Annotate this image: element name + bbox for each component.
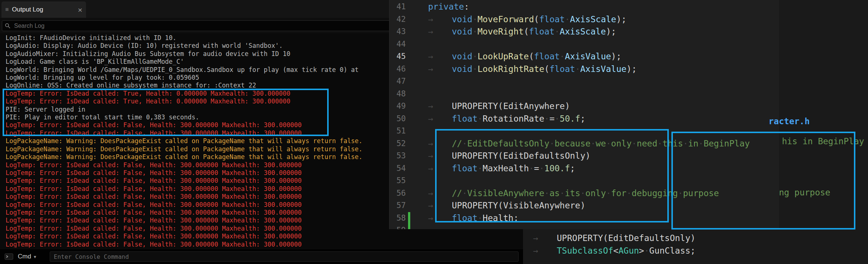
git-gutter xyxy=(408,175,410,187)
code-line[interactable]: 44 xyxy=(389,38,779,51)
code-line[interactable]: 52→//·EditDefaultsOnly·because·we·only·n… xyxy=(389,138,779,150)
code-line[interactable]: 47 xyxy=(389,75,779,88)
git-gutter xyxy=(408,199,410,212)
line-number[interactable]: 51 xyxy=(389,125,406,138)
screen: →UPROPERTY(EditDefaultsOnly)→TSubclassOf… xyxy=(0,0,868,264)
console-icon xyxy=(4,253,13,260)
code-text: →void·LookRightRate(float·AxisValue); xyxy=(428,63,637,76)
code-line[interactable]: 50→float·RotationRate·=·50.f; xyxy=(389,113,779,125)
log-line: LogTemp: Error: IsDead called: False, He… xyxy=(6,241,523,248)
line-number[interactable]: 54 xyxy=(389,162,406,175)
code-line[interactable]: 41private: xyxy=(389,1,779,13)
tab-title: Output Log xyxy=(12,6,78,13)
line-number[interactable]: 59 xyxy=(389,224,406,229)
git-gutter xyxy=(408,138,410,150)
line-number[interactable]: 58 xyxy=(389,212,406,225)
background-comment-fragment-1: his in BeginPlay xyxy=(782,136,864,146)
code-text: private: xyxy=(428,1,469,13)
chevron-down-icon: ▾ xyxy=(34,254,36,260)
code-line[interactable]: 49→UPROPERTY(EditAnywhere) xyxy=(389,100,779,113)
line-number[interactable]: 49 xyxy=(389,100,406,113)
git-gutter xyxy=(408,125,410,138)
git-added-indicator xyxy=(408,224,410,229)
background-code-line: →UPROPERTY(EditDefaultsOnly) xyxy=(533,232,696,245)
code-line[interactable]: 43→void·MoveRight(float·AxisScale); xyxy=(389,26,779,38)
git-gutter xyxy=(408,26,410,38)
code-text: →UPROPERTY(EditDefaultsOnly) xyxy=(428,150,591,162)
line-number[interactable]: 48 xyxy=(389,88,406,100)
code-line[interactable]: 57→UPROPERTY(VisibleAnywhere) xyxy=(389,199,779,212)
code-line[interactable]: 55 xyxy=(389,175,779,187)
code-text: →float·RotationRate·=·50.f; xyxy=(428,113,585,125)
code-text: →void·MoveRight(float·AxisScale); xyxy=(428,26,616,38)
close-icon[interactable]: × xyxy=(78,6,82,14)
console-bar: Cmd ▾ xyxy=(0,249,523,264)
code-lines: 41private:42→void·MoveForward(float·Axis… xyxy=(389,1,779,229)
code-line[interactable]: 53→UPROPERTY(EditDefaultsOnly) xyxy=(389,150,779,162)
line-number[interactable]: 53 xyxy=(389,150,406,162)
git-gutter xyxy=(408,50,410,63)
log-icon: ≡ xyxy=(5,6,9,13)
git-gutter xyxy=(408,88,410,100)
line-number[interactable]: 50 xyxy=(389,113,406,125)
console-input[interactable] xyxy=(50,251,519,262)
git-gutter xyxy=(408,100,410,113)
code-text: →void·LookUpRate(float·AxisValue); xyxy=(428,50,621,63)
git-gutter xyxy=(408,162,410,175)
background-tab-fragment: racter.h xyxy=(769,116,810,126)
code-line[interactable]: 46→void·LookRightRate(float·AxisValue); xyxy=(389,63,779,76)
background-code: →UPROPERTY(EditDefaultsOnly)→TSubclassOf… xyxy=(533,232,696,257)
code-line[interactable]: 58→float·Health; xyxy=(389,212,779,225)
code-line[interactable]: 59 xyxy=(389,224,779,229)
code-line[interactable]: 56→//·VisibleAnywhere·as·its·only·for·de… xyxy=(389,187,779,200)
line-number[interactable]: 44 xyxy=(389,38,406,51)
cmd-dropdown[interactable]: Cmd ▾ xyxy=(18,253,36,260)
line-number[interactable]: 57 xyxy=(389,199,406,212)
line-number[interactable]: 43 xyxy=(389,26,406,38)
git-gutter xyxy=(408,75,410,88)
code-text: →void·MoveForward(float·AxisScale); xyxy=(428,13,627,26)
git-gutter xyxy=(408,13,410,26)
cmd-label: Cmd xyxy=(18,253,31,260)
line-number[interactable]: 42 xyxy=(389,13,406,26)
git-gutter xyxy=(408,38,410,51)
line-number[interactable]: 56 xyxy=(389,187,406,200)
background-comment-fragment-2: ng purpose xyxy=(779,188,830,197)
background-code-line: →TSubclassOf<AGun>·GunClass; xyxy=(533,245,696,257)
code-line[interactable]: 54→float·MaxHealth·=·100.f; xyxy=(389,162,779,175)
git-added-indicator xyxy=(408,212,410,225)
line-number[interactable]: 41 xyxy=(389,1,406,13)
code-line[interactable]: 45→void·LookUpRate(float·AxisValue); xyxy=(389,50,779,63)
code-line[interactable]: 51 xyxy=(389,125,779,138)
code-line[interactable]: 42→void·MoveForward(float·AxisScale); xyxy=(389,13,779,26)
line-number[interactable]: 45 xyxy=(389,50,406,63)
git-gutter xyxy=(408,150,410,162)
code-text: →float·Health; xyxy=(428,212,519,225)
code-text: →float·MaxHealth·=·100.f; xyxy=(428,162,575,175)
line-number[interactable]: 47 xyxy=(389,75,406,88)
search-icon xyxy=(5,23,10,29)
line-number[interactable]: 46 xyxy=(389,63,406,76)
git-gutter xyxy=(408,1,410,13)
log-line: LogTemp: Error: IsDead called: False, He… xyxy=(6,232,523,240)
code-line[interactable]: 48 xyxy=(389,88,779,100)
code-text: →//·EditDefaultsOnly·because·we·only·nee… xyxy=(428,138,750,150)
git-gutter xyxy=(408,187,410,200)
code-editor[interactable]: 41private:42→void·MoveForward(float·Axis… xyxy=(389,0,779,229)
git-gutter xyxy=(408,63,410,76)
line-number[interactable]: 52 xyxy=(389,138,406,150)
code-text: →//·VisibleAnywhere·as·its·only·for·debu… xyxy=(428,187,719,200)
line-number[interactable]: 55 xyxy=(389,175,406,187)
code-text: →UPROPERTY(VisibleAnywhere) xyxy=(428,199,585,212)
code-text: →UPROPERTY(EditAnywhere) xyxy=(428,100,570,113)
git-gutter xyxy=(408,113,410,125)
tab-output-log[interactable]: ≡ Output Log × xyxy=(1,1,86,18)
